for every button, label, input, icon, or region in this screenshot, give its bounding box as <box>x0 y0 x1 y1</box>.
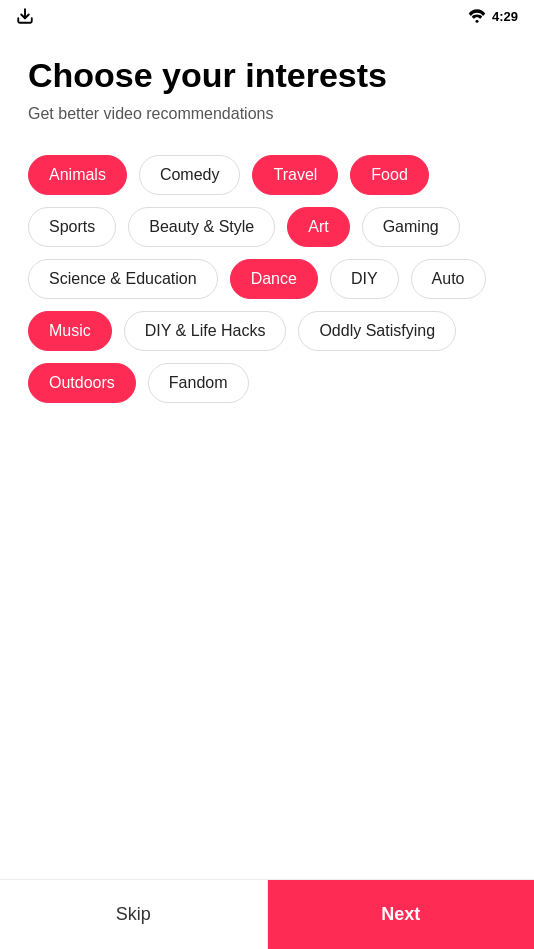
tag-food[interactable]: Food <box>350 155 428 195</box>
tags-container: AnimalsComedyTravelFoodSportsBeauty & St… <box>28 155 506 403</box>
tag-diy[interactable]: DIY <box>330 259 399 299</box>
tag-gaming[interactable]: Gaming <box>362 207 460 247</box>
tag-beauty-style[interactable]: Beauty & Style <box>128 207 275 247</box>
tag-sports[interactable]: Sports <box>28 207 116 247</box>
status-bar-right: 4:29 <box>468 9 518 24</box>
tag-art[interactable]: Art <box>287 207 349 247</box>
tag-comedy[interactable]: Comedy <box>139 155 241 195</box>
tag-outdoors[interactable]: Outdoors <box>28 363 136 403</box>
status-bar: 4:29 <box>0 0 534 32</box>
tag-oddly-satisfying[interactable]: Oddly Satisfying <box>298 311 456 351</box>
status-bar-left <box>16 7 34 25</box>
tag-science-education[interactable]: Science & Education <box>28 259 218 299</box>
svg-point-1 <box>475 20 478 23</box>
bottom-bar: Skip Next <box>0 879 534 949</box>
tag-diy-life-hacks[interactable]: DIY & Life Hacks <box>124 311 287 351</box>
tag-music[interactable]: Music <box>28 311 112 351</box>
skip-button[interactable]: Skip <box>0 880 268 949</box>
page-subtitle: Get better video recommendations <box>28 105 506 123</box>
download-icon <box>16 7 34 25</box>
tag-travel[interactable]: Travel <box>252 155 338 195</box>
tag-animals[interactable]: Animals <box>28 155 127 195</box>
main-content: Choose your interests Get better video r… <box>0 32 534 879</box>
next-button[interactable]: Next <box>268 880 535 949</box>
wifi-icon <box>468 9 486 23</box>
tag-dance[interactable]: Dance <box>230 259 318 299</box>
status-time: 4:29 <box>492 9 518 24</box>
tag-fandom[interactable]: Fandom <box>148 363 249 403</box>
tag-auto[interactable]: Auto <box>411 259 486 299</box>
page-title: Choose your interests <box>28 56 506 95</box>
